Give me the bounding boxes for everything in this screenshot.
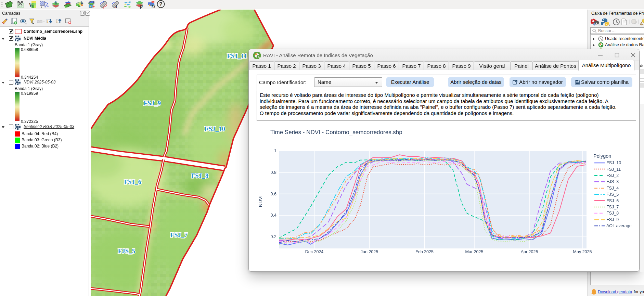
svg-text:FSJ_11: FSJ_11 <box>606 167 621 172</box>
svg-text:FSJ_10: FSJ_10 <box>205 125 225 132</box>
svg-text:May 2025: May 2025 <box>573 249 592 254</box>
svg-text:Mar 2025: Mar 2025 <box>465 249 484 254</box>
svg-text:FSJ_6: FSJ_6 <box>606 198 619 203</box>
svg-text:ε: ε <box>37 18 39 24</box>
svg-text:FSJ_7: FSJ_7 <box>606 205 619 209</box>
svg-text:0.4: 0.4 <box>271 213 276 218</box>
svg-text:FSJ_6: FSJ_6 <box>124 178 142 185</box>
svg-text:Dec 2024: Dec 2024 <box>305 249 324 254</box>
svg-text:FJS_3: FJS_3 <box>606 179 619 184</box>
svg-text:Feb 2025: Feb 2025 <box>415 249 434 254</box>
svg-text:FJS_5: FJS_5 <box>606 192 619 197</box>
svg-text:?: ? <box>159 1 163 7</box>
svg-text:Jan 2025: Jan 2025 <box>361 249 378 254</box>
svg-text:FSJ_2: FSJ_2 <box>606 173 619 178</box>
svg-text:Polygon: Polygon <box>593 153 611 159</box>
svg-text:0.8: 0.8 <box>271 170 276 175</box>
svg-text:0.6: 0.6 <box>271 192 276 196</box>
svg-text:FSJ_8: FSJ_8 <box>191 172 209 179</box>
svg-text:FSJ_7: FSJ_7 <box>170 231 188 239</box>
svg-text:FSJ_8: FSJ_8 <box>606 211 619 216</box>
svg-text:FSJ_11: FSJ_11 <box>227 52 247 60</box>
svg-text:0.2: 0.2 <box>271 234 276 239</box>
svg-text:1: 1 <box>274 149 276 153</box>
svg-text:Apr 2025: Apr 2025 <box>521 249 538 254</box>
svg-text:FJS_5: FJS_5 <box>118 247 136 255</box>
svg-text:AOI_average: AOI_average <box>606 223 632 228</box>
svg-text:FSJ_9: FSJ_9 <box>606 217 619 222</box>
svg-text:p: p <box>139 3 143 9</box>
svg-text:FSJ_10: FSJ_10 <box>606 160 621 165</box>
svg-text:FSJ_9: FSJ_9 <box>144 100 161 107</box>
svg-text:Time Series - NDVI - Contorno_: Time Series - NDVI - Contorno_semcorredo… <box>270 129 402 136</box>
svg-text:rs: rs <box>152 3 155 9</box>
svg-text:FSJ_4: FSJ_4 <box>606 186 619 191</box>
svg-text:NDVI: NDVI <box>258 195 263 207</box>
